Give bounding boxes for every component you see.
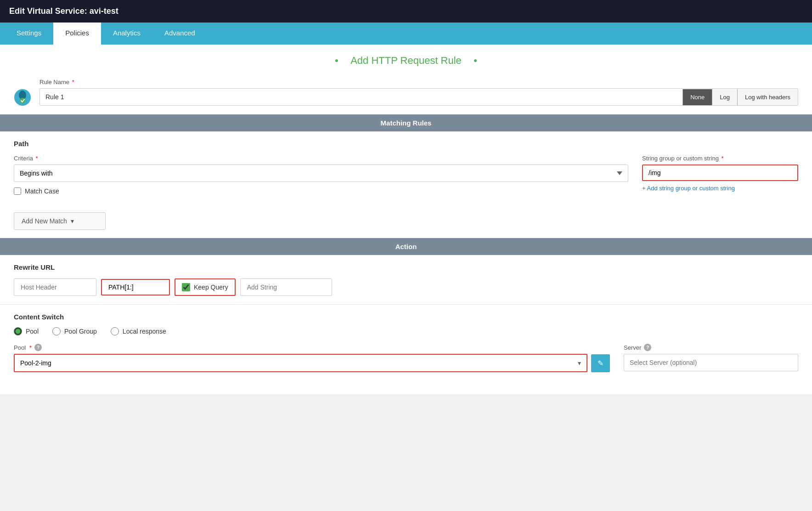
tab-advanced[interactable]: Advanced [152, 23, 207, 45]
path-section: Path Criteria * Begins with Ends with Co… [0, 131, 812, 206]
criteria-block: Criteria * Begins with Ends with Contain… [14, 155, 628, 195]
server-block: Server ? [624, 344, 798, 371]
server-label: Server ? [624, 344, 798, 351]
radio-pool-label: Pool [26, 328, 39, 335]
log-btn-log-with-headers[interactable]: Log with headers [737, 89, 798, 105]
avi-logo [14, 89, 31, 106]
criteria-row: Criteria * Begins with Ends with Contain… [14, 155, 798, 195]
radio-pool-group-label: Pool Group [64, 328, 97, 335]
pool-chevron-icon[interactable]: ▾ [572, 355, 586, 371]
title-text: Add HTTP Request Rule [350, 55, 462, 66]
add-new-match-label: Add New Match [22, 217, 67, 225]
action-header: Action [0, 238, 812, 255]
match-case-row: Match Case [14, 187, 628, 195]
pool-select-input[interactable] [15, 355, 572, 371]
server-select-input[interactable] [624, 354, 798, 371]
content-switch-section: Content Switch Pool Pool Group Local res… [0, 304, 812, 380]
svg-point-2 [20, 98, 25, 103]
tab-settings[interactable]: Settings [5, 23, 53, 45]
radio-group: Pool Pool Group Local response [14, 327, 798, 335]
rule-name-label: Rule Name * [39, 79, 798, 85]
title-suffix: • [474, 55, 477, 66]
log-btn-none[interactable]: None [682, 89, 712, 105]
radio-pool-input[interactable] [14, 327, 22, 335]
string-group-input[interactable] [648, 169, 792, 176]
match-case-label: Match Case [25, 187, 59, 195]
radio-pool-group[interactable]: Pool Group [52, 327, 97, 335]
add-new-match-row: Add New Match ▾ [0, 206, 812, 238]
pool-section: Pool * ? ▾ ✎ Server ? [14, 344, 798, 372]
action-section: Rewrite URL Keep Query [0, 255, 812, 304]
rewrite-url-title: Rewrite URL [14, 263, 798, 271]
chevron-down-icon: ▾ [71, 217, 74, 225]
title-bar: Edit Virtual Service: avi-test [0, 0, 812, 23]
pool-select-wrapper: ▾ [14, 354, 587, 372]
rule-name-input[interactable] [40, 89, 682, 105]
host-header-input[interactable] [14, 278, 96, 296]
rule-name-row: None Log Log with headers [39, 88, 798, 106]
pool-block: Pool * ? ▾ ✎ [14, 344, 610, 372]
rewrite-url-row: Keep Query [14, 278, 798, 296]
path-input[interactable] [101, 279, 170, 295]
content-area: • Add HTTP Request Rule • Rule Name * [0, 45, 812, 394]
string-group-input-wrapper [642, 165, 798, 181]
pencil-icon: ✎ [598, 359, 603, 367]
content-switch-title: Content Switch [14, 313, 798, 321]
log-btn-group: None Log Log with headers [682, 89, 798, 105]
radio-local-response[interactable]: Local response [111, 327, 166, 335]
path-title: Path [14, 140, 798, 148]
radio-pool-group-input[interactable] [52, 327, 61, 335]
pool-select-row: ▾ ✎ [14, 354, 610, 372]
tab-analytics[interactable]: Analytics [101, 23, 152, 45]
add-string-link[interactable]: + Add string group or custom string [642, 185, 798, 192]
pool-label: Pool * ? [14, 344, 610, 351]
required-star: * [72, 79, 74, 85]
tab-policies[interactable]: Policies [53, 23, 101, 45]
add-new-match-button[interactable]: Add New Match ▾ [14, 212, 106, 230]
criteria-select[interactable]: Begins with Ends with Contains Equals Re… [14, 165, 628, 182]
tab-bar: Settings Policies Analytics Advanced [0, 23, 812, 45]
page-title-bar: Edit Virtual Service: avi-test [9, 6, 118, 16]
keep-query-label: Keep Query [194, 284, 228, 291]
title-prefix: • [335, 55, 338, 66]
pool-edit-button[interactable]: ✎ [591, 354, 610, 372]
radio-local-response-input[interactable] [111, 327, 119, 335]
add-string-input[interactable] [240, 278, 332, 296]
pool-info-icon[interactable]: ? [34, 344, 42, 351]
add-http-rule-title: • Add HTTP Request Rule • [0, 45, 812, 74]
criteria-label: Criteria * [14, 155, 628, 162]
rule-name-section: Rule Name * None Log Log with headers [0, 74, 812, 114]
matching-rules-header: Matching Rules [0, 114, 812, 131]
string-group-block: String group or custom string * + Add st… [642, 155, 798, 192]
rule-name-block: Rule Name * None Log Log with headers [39, 79, 798, 106]
radio-pool[interactable]: Pool [14, 327, 39, 335]
server-info-icon[interactable]: ? [644, 344, 651, 351]
match-case-checkbox[interactable] [14, 187, 21, 195]
string-group-label: String group or custom string * [642, 155, 798, 162]
keep-query-checkbox[interactable] [182, 283, 190, 291]
radio-local-response-label: Local response [123, 328, 166, 335]
keep-query-box[interactable]: Keep Query [175, 278, 236, 296]
log-btn-log[interactable]: Log [712, 89, 737, 105]
